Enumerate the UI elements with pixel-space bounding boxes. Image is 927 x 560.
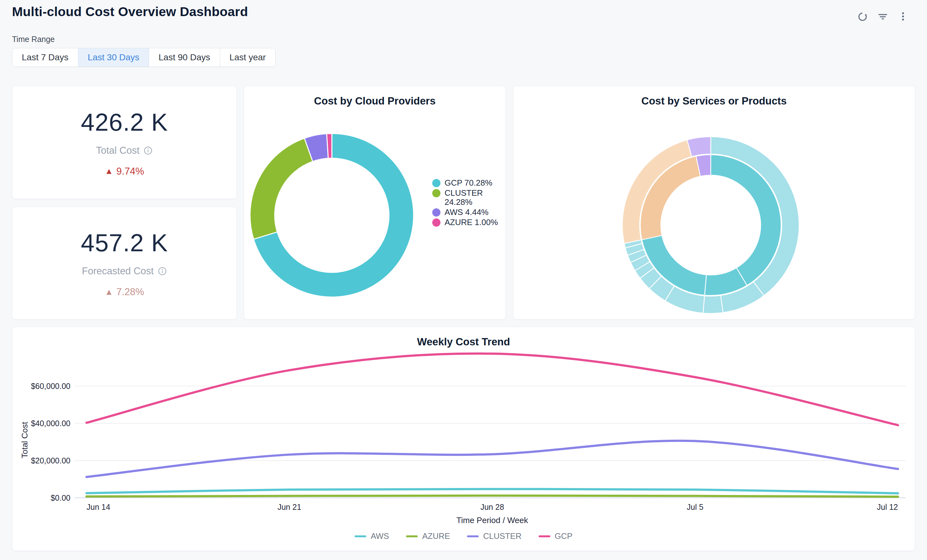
x-tick-label: Jun 14 bbox=[87, 502, 110, 511]
forecasted-cost-value: 457.2 K bbox=[81, 229, 168, 257]
legend-label: CLUSTER 24.28% bbox=[445, 188, 500, 207]
time-range-selector: Last 7 DaysLast 30 DaysLast 90 DaysLast … bbox=[12, 48, 276, 67]
legend-swatch-aws bbox=[354, 536, 366, 537]
time-range-option-last-7-days[interactable]: Last 7 Days bbox=[12, 48, 78, 67]
filter-icon bbox=[877, 11, 889, 23]
gridlines bbox=[74, 386, 906, 498]
x-tick-label: Jun 28 bbox=[480, 502, 504, 511]
total-cost-delta: ▲ 9.74% bbox=[105, 166, 144, 177]
legend-label: GCP 70.28% bbox=[445, 178, 492, 188]
more-menu-button[interactable] bbox=[895, 8, 911, 24]
legend-dot-cluster bbox=[432, 189, 441, 197]
x-tick-label: Jun 21 bbox=[278, 502, 301, 511]
y-axis-title: Total Cost bbox=[20, 422, 29, 458]
forecasted-cost-card: 457.2 K Forecasted Cost ▲ 7.28% bbox=[12, 207, 237, 319]
cost-by-services-sunburst-chart bbox=[514, 86, 915, 320]
trend-chart-title: Weekly Cost Trend bbox=[12, 336, 915, 348]
refresh-button[interactable] bbox=[854, 8, 871, 24]
time-range-option-last-year[interactable]: Last year bbox=[220, 48, 275, 67]
legend-item-aws[interactable]: AWS 4.44% bbox=[432, 208, 500, 217]
sunburst-outer-segment-12[interactable] bbox=[687, 137, 711, 156]
legend-item-cluster[interactable]: CLUSTER bbox=[467, 531, 521, 541]
legend-item-azure[interactable]: AZURE bbox=[406, 531, 450, 541]
legend-label: AZURE 1.00% bbox=[445, 218, 498, 227]
legend-label: AWS bbox=[371, 531, 389, 541]
legend-swatch-cluster bbox=[467, 536, 479, 537]
y-tick-label: $40,000.00 bbox=[31, 419, 70, 428]
cost-by-services-card: Cost by Services or Products bbox=[513, 86, 915, 319]
header-actions bbox=[854, 8, 911, 24]
kebab-menu-icon bbox=[897, 11, 909, 23]
trend-up-icon: ▲ bbox=[105, 167, 113, 176]
refresh-icon bbox=[857, 11, 869, 23]
weekly-cost-trend-chart: $0.00$20,000.00$40,000.00$60,000.00Jun 1… bbox=[12, 327, 915, 551]
time-range-option-last-90-days[interactable]: Last 90 Days bbox=[149, 48, 220, 67]
y-tick-label: $60,000.00 bbox=[31, 382, 70, 390]
legend-dot-aws bbox=[432, 208, 441, 217]
total-cost-label: Total Cost bbox=[96, 145, 140, 156]
legend-dot-gcp bbox=[432, 179, 441, 187]
series-line-cluster[interactable] bbox=[87, 441, 898, 477]
legend-label: CLUSTER bbox=[483, 531, 521, 541]
forecasted-cost-label-row: Forecasted Cost bbox=[82, 266, 167, 277]
legend-label: GCP bbox=[555, 531, 573, 541]
cost-by-providers-card: Cost by Cloud Providers GCP 70.28%CLUSTE… bbox=[244, 86, 506, 319]
weekly-cost-trend-card: Weekly Cost Trend $0.00$20,000.00$40,000… bbox=[12, 327, 915, 551]
series-line-aws[interactable] bbox=[87, 489, 898, 493]
total-cost-value: 426.2 K bbox=[81, 108, 168, 137]
legend-dot-azure bbox=[432, 219, 441, 227]
page-title: Multi-cloud Cost Overview Dashboard bbox=[12, 5, 248, 19]
x-axis-title: Time Period / Week bbox=[457, 516, 529, 525]
filter-button[interactable] bbox=[875, 8, 891, 24]
x-tick-label: Jul 12 bbox=[877, 502, 898, 511]
legend-label: AZURE bbox=[422, 531, 450, 541]
time-range-label: Time Range bbox=[12, 35, 55, 44]
forecasted-cost-delta: ▲ 7.28% bbox=[105, 286, 144, 298]
legend-swatch-azure bbox=[406, 536, 418, 537]
trend-chart-legend: AWSAZURECLUSTERGCP bbox=[12, 531, 915, 541]
pie-segment-cluster[interactable] bbox=[250, 138, 313, 239]
services-chart-title: Cost by Services or Products bbox=[514, 95, 915, 107]
legend-item-azure[interactable]: AZURE 1.00% bbox=[432, 218, 500, 227]
legend-item-gcp[interactable]: GCP bbox=[539, 531, 573, 541]
y-tick-label: $20,000.00 bbox=[31, 456, 70, 465]
series-line-azure[interactable] bbox=[87, 496, 898, 497]
x-tick-label: Jul 5 bbox=[687, 502, 704, 511]
total-cost-delta-value: 9.74% bbox=[116, 166, 144, 177]
info-icon[interactable] bbox=[143, 146, 153, 155]
trend-up-icon: ▲ bbox=[105, 288, 113, 296]
y-tick-label: $0.00 bbox=[50, 493, 70, 502]
sunburst-outer-segment-2[interactable] bbox=[703, 296, 723, 313]
time-range-option-last-30-days[interactable]: Last 30 Days bbox=[78, 48, 149, 67]
legend-swatch-gcp bbox=[539, 536, 550, 537]
forecasted-cost-label: Forecasted Cost bbox=[82, 266, 153, 277]
legend-item-gcp[interactable]: GCP 70.28% bbox=[432, 178, 500, 188]
legend-label: AWS 4.44% bbox=[445, 208, 488, 217]
forecasted-cost-delta-value: 7.28% bbox=[116, 286, 144, 298]
total-cost-label-row: Total Cost bbox=[96, 145, 153, 156]
legend-item-cluster[interactable]: CLUSTER 24.28% bbox=[432, 188, 500, 207]
series-line-gcp[interactable] bbox=[87, 354, 898, 425]
legend-item-aws[interactable]: AWS bbox=[354, 531, 389, 541]
total-cost-card: 426.2 K Total Cost ▲ 9.74% bbox=[12, 86, 237, 199]
info-icon[interactable] bbox=[158, 266, 167, 276]
providers-chart-legend: GCP 70.28%CLUSTER 24.28%AWS 4.44%AZURE 1… bbox=[432, 86, 500, 319]
